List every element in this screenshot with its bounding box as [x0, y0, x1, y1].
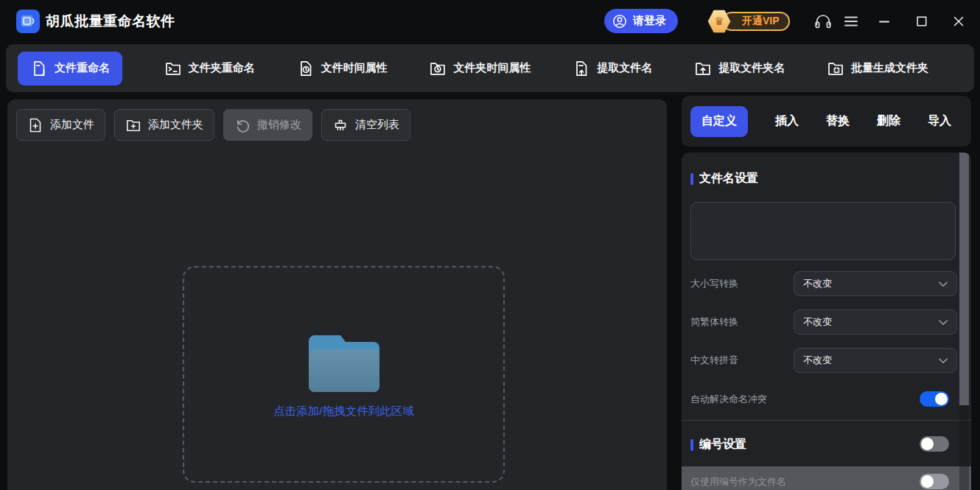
rename-mode-tabbar: 自定义 插入 替换 删除 导入 [682, 96, 971, 147]
tab-custom[interactable]: 自定义 [690, 106, 748, 137]
section-divider [682, 420, 971, 421]
tab-extract-foldername[interactable]: 提取文件夹名 [694, 52, 785, 85]
setting-label: 中文转拼音 [690, 348, 738, 373]
app-logo-icon [16, 10, 40, 33]
section-title: 编号设置 [699, 437, 746, 452]
tab-batch-create-folder[interactable]: 批量生成文件夹 [827, 52, 928, 85]
add-folder-icon [125, 117, 141, 133]
scrollbar-thumb[interactable] [959, 153, 969, 405]
button-label: 添加文件 [50, 118, 94, 132]
tab-import[interactable]: 导入 [928, 113, 951, 129]
tab-file-rename[interactable]: 文件重命名 [18, 52, 122, 85]
section-accent-bar [690, 439, 693, 451]
add-folder-button[interactable]: 添加文件夹 [114, 109, 214, 141]
chevron-down-icon [939, 320, 948, 326]
setting-label: 仅使用编号作为文件名 [690, 466, 786, 490]
filename-section-header: 文件名设置 [690, 171, 758, 186]
tab-folder-rename[interactable]: 文件夹重命名 [164, 52, 255, 85]
file-list-panel: 添加文件 添加文件夹 撤销修改 [7, 99, 667, 490]
button-label: 清空列表 [355, 118, 399, 132]
setting-label: 大小写转换 [690, 271, 738, 296]
headphones-icon [813, 12, 833, 31]
setting-label: 自动解决命名冲突 [690, 387, 767, 412]
extract-filename-icon [573, 60, 590, 77]
add-file-icon [27, 117, 43, 133]
batch-create-folder-icon [827, 60, 844, 77]
simplified-traditional-select[interactable]: 不改变 [794, 309, 957, 335]
tab-label: 批量生成文件夹 [851, 61, 928, 75]
tab-label: 提取文件夹名 [718, 61, 785, 75]
number-only-toggle[interactable] [920, 474, 949, 489]
tab-insert[interactable]: 插入 [775, 113, 799, 129]
vip-button[interactable]: 开通VIP ♛ [707, 9, 790, 34]
toggle-knob [921, 438, 934, 450]
button-label: 撤销修改 [257, 118, 301, 132]
headphones-button[interactable] [812, 10, 834, 32]
number-only-row: 仅使用编号作为文件名 [682, 466, 971, 490]
button-label: 添加文件夹 [148, 118, 203, 132]
maximize-icon [917, 16, 927, 27]
undo-button[interactable]: 撤销修改 [223, 109, 312, 141]
section-accent-bar [690, 173, 693, 185]
undo-icon [234, 117, 251, 133]
tab-label: 文件夹重命名 [189, 61, 255, 75]
vip-label: 开通VIP [742, 15, 780, 28]
tab-label: 文件时间属性 [321, 61, 388, 75]
menu-icon [844, 16, 858, 27]
minimize-button[interactable] [873, 10, 895, 32]
folder-rename-icon [164, 60, 182, 77]
filename-input[interactable] [690, 202, 956, 260]
dropzone-hint: 点击添加/拖拽文件到此区域 [273, 404, 413, 419]
maximize-button[interactable] [911, 10, 933, 32]
folder-time-icon [429, 60, 447, 77]
folder-icon [304, 330, 384, 392]
minimize-icon [879, 16, 889, 27]
numbering-section-header: 编号设置 [690, 437, 746, 452]
close-button[interactable] [948, 10, 970, 32]
menu-button[interactable] [840, 10, 862, 32]
clear-icon [332, 117, 349, 133]
tab-file-time[interactable]: 文件时间属性 [297, 52, 388, 85]
login-label: 请登录 [633, 14, 666, 28]
chevron-down-icon [939, 358, 948, 364]
tab-label: 文件夹时间属性 [453, 61, 531, 75]
app-window: 胡瓜批量重命名软件 请登录 开通VIP ♛ [0, 0, 980, 490]
extract-foldername-icon [694, 60, 712, 77]
clear-list-button[interactable]: 清空列表 [321, 109, 410, 141]
tab-extract-filename[interactable]: 提取文件名 [573, 52, 652, 85]
select-value: 不改变 [803, 315, 832, 329]
main-nav-tabbar: 文件重命名 文件夹重命名 文件时间属性 文件夹 [6, 44, 974, 92]
tab-label: 提取文件名 [597, 61, 652, 75]
tab-label: 文件重命名 [55, 61, 110, 75]
file-time-icon [297, 60, 315, 77]
settings-panel: 文件名设置 大小写转换 不改变 简繁体转换 不改变 中文转拼音 不改变 自动解决… [682, 153, 971, 490]
login-button[interactable]: 请登录 [604, 9, 678, 33]
add-file-button[interactable]: 添加文件 [16, 109, 105, 141]
tab-delete[interactable]: 删除 [877, 113, 900, 129]
user-icon [612, 13, 628, 29]
toggle-knob [935, 393, 948, 405]
pinyin-select[interactable]: 不改变 [794, 348, 957, 373]
select-value: 不改变 [803, 354, 832, 367]
tab-folder-time[interactable]: 文件夹时间属性 [429, 52, 531, 85]
toggle-knob [921, 475, 934, 488]
file-rename-icon [30, 60, 48, 77]
setting-label: 简繁体转换 [690, 309, 738, 335]
tab-replace[interactable]: 替换 [826, 113, 850, 129]
case-convert-select[interactable]: 不改变 [794, 271, 957, 296]
chevron-down-icon [939, 281, 948, 287]
app-title: 胡瓜批量重命名软件 [46, 0, 175, 43]
auto-conflict-toggle[interactable] [920, 391, 949, 407]
numbering-toggle[interactable] [920, 436, 949, 452]
close-icon [953, 16, 964, 27]
titlebar: 胡瓜批量重命名软件 请登录 开通VIP ♛ [0, 0, 980, 43]
toolbar: 添加文件 添加文件夹 撤销修改 [16, 109, 410, 141]
section-title: 文件名设置 [699, 171, 758, 186]
select-value: 不改变 [803, 277, 832, 290]
file-dropzone[interactable]: 点击添加/拖拽文件到此区域 [183, 266, 505, 483]
